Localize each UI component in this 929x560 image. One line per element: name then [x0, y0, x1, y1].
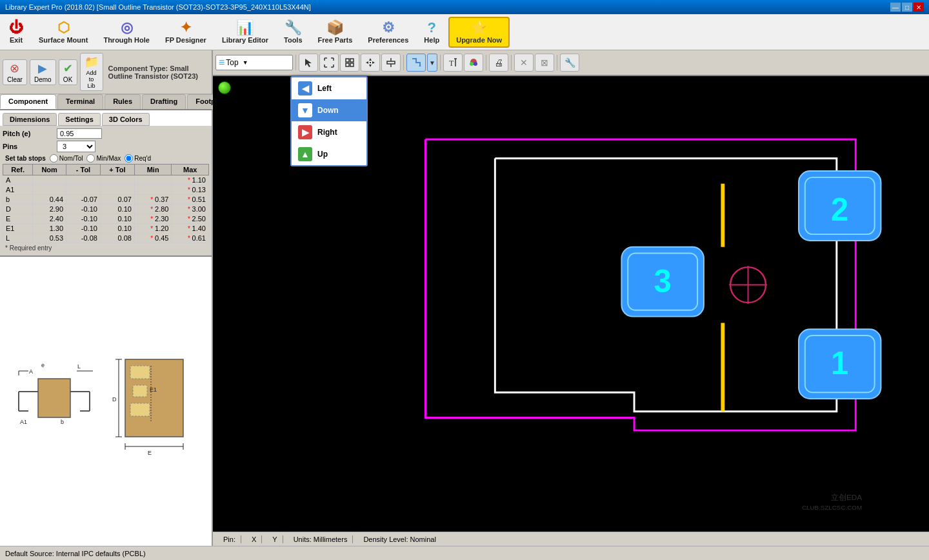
window-controls[interactable]: — □ ✕	[890, 3, 924, 12]
svg-text:CLUB.SZLCSC.COM: CLUB.SZLCSC.COM	[802, 504, 862, 511]
sub-tab-3d-colors[interactable]: 3D Colors	[102, 113, 150, 126]
fp-designer-icon: ✦	[180, 21, 192, 35]
menu-help[interactable]: ? Help	[417, 18, 446, 46]
toolbar-separator-1	[295, 55, 296, 70]
menu-preferences[interactable]: ⚙ Preferences	[361, 18, 415, 46]
status-y: Y	[267, 535, 283, 543]
menu-bar: ⏻ Exit ⬡ Surface Mount ◎ Through Hole ✦ …	[0, 14, 929, 50]
menu-exit-label: Exit	[10, 36, 23, 44]
ok-button[interactable]: ✔ OK	[59, 59, 77, 85]
bottom-status-bar: Default Source: Internal IPC defaults (P…	[0, 546, 929, 560]
help-icon: ?	[428, 21, 436, 35]
zoom-fit-tool[interactable]	[340, 54, 359, 72]
table-row: D2.90-0.100.10* 2.80* 3.00	[3, 205, 209, 214]
svg-text:A: A	[29, 368, 33, 375]
menu-tools[interactable]: 🔧 Tools	[277, 18, 309, 46]
minimize-button[interactable]: —	[890, 3, 901, 12]
menu-upgrade-label: Upgrade Now	[456, 36, 502, 44]
demo-icon: ▶	[38, 61, 47, 75]
layer-selector[interactable]: ≡ Top	[215, 55, 293, 70]
ok-label: OK	[63, 76, 72, 83]
layer-icon: ≡	[219, 57, 225, 68]
maximize-button[interactable]: □	[902, 3, 912, 12]
table-row: A1* 0.13	[3, 185, 209, 195]
left-panel: ⊗ Clear ▶ Demo ✔ OK 📁 Add toLib Componen…	[0, 50, 213, 546]
close-button[interactable]: ✕	[914, 3, 924, 12]
svg-text:2: 2	[831, 192, 848, 227]
action-bar: ⊗ Clear ▶ Demo ✔ OK 📁 Add toLib Componen…	[0, 50, 212, 94]
tab-terminal[interactable]: Terminal	[57, 94, 103, 109]
svg-point-55	[470, 62, 474, 66]
col-minus-tol: - Tol	[66, 165, 101, 175]
direction-down[interactable]: ▼ Down	[292, 99, 366, 121]
pins-select[interactable]: 3245	[57, 141, 95, 152]
text-tool[interactable]: T	[443, 54, 463, 72]
clear-button[interactable]: ⊗ Clear	[3, 59, 27, 85]
table-row: A* 1.10	[3, 175, 209, 185]
direction-up[interactable]: ▲ Up	[292, 143, 366, 165]
menu-upgrade[interactable]: ⭐ Upgrade Now	[448, 17, 510, 48]
through-hole-icon: ◎	[121, 21, 133, 35]
col-nom: Nom	[33, 165, 66, 175]
surface-mount-icon: ⬡	[57, 21, 70, 35]
svg-marker-42	[369, 58, 372, 61]
svg-text:D: D	[112, 396, 117, 403]
radio-reqd[interactable]: Req'd	[125, 154, 151, 163]
toolbar-separator-5	[511, 55, 512, 70]
cursor-tool[interactable]	[299, 54, 318, 72]
svg-marker-45	[372, 61, 375, 64]
menu-library-editor[interactable]: 📊 Library Editor	[215, 18, 275, 46]
direction-up-label: Up	[317, 150, 328, 159]
settings-tool[interactable]: 🔧	[560, 54, 579, 72]
pitch-label: Pitch (e)	[3, 130, 54, 137]
menu-free-parts[interactable]: 📦 Free Parts	[312, 18, 359, 46]
route-tool[interactable]	[406, 54, 426, 72]
direction-right[interactable]: ▶ Right	[292, 121, 366, 143]
clear-label: Clear	[7, 76, 23, 83]
svg-rect-40	[346, 63, 349, 66]
col-plus-tol: + Tol	[100, 165, 134, 175]
menu-through-hole[interactable]: ◎ Through Hole	[97, 18, 156, 46]
direction-up-icon: ▲	[298, 147, 312, 161]
menu-lib-label: Library Editor	[222, 36, 268, 44]
sub-tab-dimensions[interactable]: Dimensions	[3, 113, 57, 126]
menu-fp-designer[interactable]: ✦ FP Designer	[159, 18, 213, 46]
add-to-lib-button[interactable]: 📁 Add toLib	[80, 53, 103, 91]
sub-tab-bar: Dimensions Settings 3D Colors	[0, 110, 212, 126]
direction-left[interactable]: ◀ Left	[292, 77, 366, 99]
svg-text:E: E	[148, 450, 152, 456]
zoom-extents-tool[interactable]	[319, 54, 339, 72]
status-x: X	[246, 535, 262, 543]
tab-rules[interactable]: Rules	[105, 94, 141, 109]
menu-exit[interactable]: ⏻ Exit	[3, 18, 30, 46]
tab-drafting[interactable]: Drafting	[142, 94, 186, 109]
bottom-status-text: Default Source: Internal IPC defaults (P…	[5, 550, 146, 557]
radio-nom-tol[interactable]: Nom/Tol	[50, 154, 83, 163]
svg-text:T: T	[449, 59, 454, 68]
menu-help-label: Help	[424, 36, 439, 44]
demo-button[interactable]: ▶ Demo	[30, 59, 56, 85]
title-bar: Library Expert Pro (2018.02) [Small Outl…	[0, 0, 929, 14]
col-ref: Ref.	[3, 165, 33, 175]
svg-rect-47	[387, 61, 395, 64]
delete1-tool[interactable]: ✕	[514, 54, 534, 72]
color-tool[interactable]	[464, 54, 483, 72]
delete2-tool[interactable]: ⊠	[535, 54, 554, 72]
svg-text:L: L	[77, 363, 81, 370]
print-tool[interactable]: 🖨	[489, 54, 508, 72]
title-text: Library Expert Pro (2018.02) [Small Outl…	[5, 3, 311, 11]
stretch-tool[interactable]	[381, 54, 401, 72]
svg-text:e: e	[41, 362, 45, 368]
sub-tab-settings[interactable]: Settings	[58, 113, 100, 126]
table-row: E2.40-0.100.10* 2.30* 2.50	[3, 214, 209, 224]
radio-min-max[interactable]: Min/Max	[86, 154, 121, 163]
move-tool[interactable]	[361, 54, 380, 72]
direction-dropdown-trigger[interactable]: ▼	[427, 54, 437, 72]
upgrade-icon: ⭐	[470, 21, 488, 35]
menu-surface-mount[interactable]: ⬡ Surface Mount	[32, 18, 94, 46]
direction-left-icon: ◀	[298, 81, 312, 95]
tab-component[interactable]: Component	[0, 94, 56, 109]
pins-label: Pins	[3, 143, 54, 150]
svg-rect-39	[350, 59, 354, 62]
pitch-input[interactable]	[57, 128, 102, 139]
